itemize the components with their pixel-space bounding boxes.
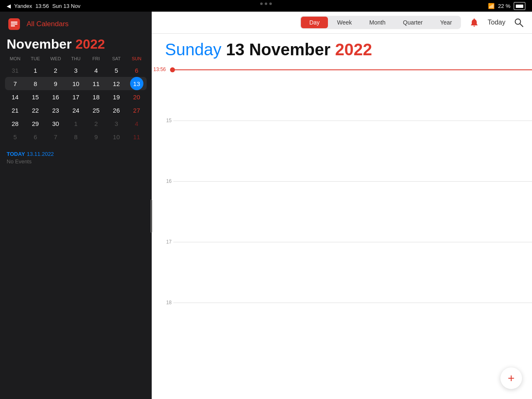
cal-day-22[interactable]: 22 — [29, 103, 42, 117]
battery-icon — [514, 2, 525, 10]
header-tue: TUE — [25, 55, 46, 62]
day-number: 13 — [226, 40, 245, 59]
search-icon — [514, 18, 523, 27]
cal-day-10-dec[interactable]: 10 — [110, 130, 123, 143]
month-year-text: November 2022 — [7, 37, 145, 52]
back-arrow: ◀ — [7, 3, 11, 9]
cal-day-5[interactable]: 5 — [110, 64, 123, 77]
dot2 — [265, 2, 267, 5]
time-label-15: 15 — [153, 118, 172, 123]
cal-day-29[interactable]: 29 — [29, 117, 42, 130]
menu-icon-button[interactable] — [7, 17, 22, 32]
cal-day-27[interactable]: 27 — [130, 103, 143, 117]
cal-day-23[interactable]: 23 — [49, 103, 62, 117]
svg-rect-1 — [11, 22, 17, 23]
header-thu: THU — [66, 55, 86, 62]
cal-day-24[interactable]: 24 — [69, 103, 82, 117]
time-label-17: 17 — [153, 239, 172, 245]
cal-day-6[interactable]: 6 — [130, 64, 143, 77]
cal-day-9[interactable]: 9 — [49, 77, 62, 90]
battery-percent: 22 % — [498, 3, 510, 9]
cal-day-2-dec[interactable]: 2 — [89, 117, 103, 130]
cal-day-12[interactable]: 12 — [110, 77, 123, 90]
calendar-header: MON TUE WED THU FRI SAT SUN — [5, 55, 147, 62]
cal-day-6-dec[interactable]: 6 — [29, 130, 42, 143]
dot3 — [269, 2, 272, 5]
cal-day-3-dec[interactable]: 3 — [110, 117, 123, 130]
status-date: Sun 13 Nov — [52, 3, 81, 9]
cal-day-8-dec[interactable]: 8 — [69, 130, 82, 143]
cal-day-9-dec[interactable]: 9 — [89, 130, 103, 143]
calendar-week-1: 31 1 2 3 4 5 6 — [5, 64, 147, 77]
add-event-button[interactable]: + — [500, 367, 522, 389]
cal-day-25[interactable]: 25 — [89, 103, 103, 117]
cal-day-1[interactable]: 1 — [29, 64, 42, 77]
time-row-16: 16 — [173, 181, 532, 242]
cal-day-13-selected[interactable]: 13 — [130, 77, 143, 90]
calendar-week-6: 5 6 7 8 9 10 11 — [5, 130, 147, 143]
cal-day-7-dec[interactable]: 7 — [49, 130, 62, 143]
sidebar-year: 2022 — [75, 37, 105, 52]
nav-right: Today — [468, 16, 525, 29]
main-layout: All Calendars November 2022 MON TUE WED … — [0, 12, 532, 399]
all-calendars-button[interactable]: All Calendars — [27, 20, 69, 28]
cal-day-14[interactable]: 14 — [8, 90, 22, 103]
cal-day-16[interactable]: 16 — [49, 90, 62, 103]
view-quarter-button[interactable]: Quarter — [395, 17, 431, 28]
bell-icon — [469, 17, 479, 27]
cal-day-7[interactable]: 7 — [8, 77, 22, 90]
cal-day-30[interactable]: 30 — [49, 117, 62, 130]
time-row-17: 17 — [173, 242, 532, 303]
cal-day-20[interactable]: 20 — [130, 90, 143, 103]
cal-day-4-dec[interactable]: 4 — [130, 117, 143, 130]
app-name: Yandex — [14, 3, 32, 9]
cal-day-17[interactable]: 17 — [69, 90, 82, 103]
calendar-week-4: 21 22 23 24 25 26 27 — [5, 103, 147, 117]
view-year-button[interactable]: Year — [432, 17, 460, 28]
cal-day-5-dec[interactable]: 5 — [8, 130, 22, 143]
cal-day-26[interactable]: 26 — [110, 103, 123, 117]
day-header: Sunday 13 November 2022 — [152, 34, 532, 62]
time-grid[interactable]: 13:56 15 16 17 18 — [152, 62, 532, 399]
cal-day-3[interactable]: 3 — [69, 64, 82, 77]
cal-day-11[interactable]: 11 — [89, 77, 103, 90]
status-time: 13:56 — [35, 3, 49, 9]
view-week-button[interactable]: Week — [329, 17, 360, 28]
current-time-rule — [172, 69, 532, 70]
header-fri: FRI — [86, 55, 106, 62]
cal-day-8[interactable]: 8 — [29, 77, 42, 90]
cal-day-18[interactable]: 18 — [89, 90, 103, 103]
no-events-label: No Events — [7, 158, 145, 165]
svg-line-5 — [520, 24, 523, 27]
cal-day-21[interactable]: 21 — [8, 103, 22, 117]
search-button[interactable] — [512, 16, 525, 29]
header-wed: WED — [45, 55, 66, 62]
dot1 — [260, 2, 263, 5]
cal-day-31-oct[interactable]: 31 — [8, 64, 22, 77]
day-title: Sunday 13 November 2022 — [165, 40, 519, 59]
view-day-button[interactable]: Day — [301, 17, 328, 28]
today-row: TODAY 13.11.2022 — [7, 150, 145, 158]
today-button[interactable]: Today — [488, 19, 505, 26]
view-month-button[interactable]: Month — [361, 17, 394, 28]
notification-bell-button[interactable] — [468, 16, 481, 29]
sidebar-scrollbar[interactable] — [150, 200, 152, 233]
time-label-18: 18 — [153, 300, 172, 305]
header-sat: SAT — [106, 55, 127, 62]
status-bar-right: 📶 22 % — [488, 2, 525, 10]
cal-day-19[interactable]: 19 — [110, 90, 123, 103]
cal-day-28[interactable]: 28 — [8, 117, 22, 130]
cal-day-15[interactable]: 15 — [29, 90, 42, 103]
header-sun: SUN — [126, 55, 147, 62]
cal-day-10[interactable]: 10 — [69, 77, 82, 90]
month-name-day: November — [249, 40, 330, 59]
time-spacer-bottom — [173, 363, 532, 399]
cal-day-11-dec[interactable]: 11 — [130, 130, 143, 143]
time-spacer-top — [173, 62, 532, 121]
sidebar: All Calendars November 2022 MON TUE WED … — [0, 12, 152, 399]
day-name: Sunday — [165, 40, 222, 59]
cal-day-1-dec[interactable]: 1 — [69, 117, 82, 130]
cal-day-2[interactable]: 2 — [49, 64, 62, 77]
time-row-18: 18 — [173, 303, 532, 363]
cal-day-4[interactable]: 4 — [89, 64, 103, 77]
